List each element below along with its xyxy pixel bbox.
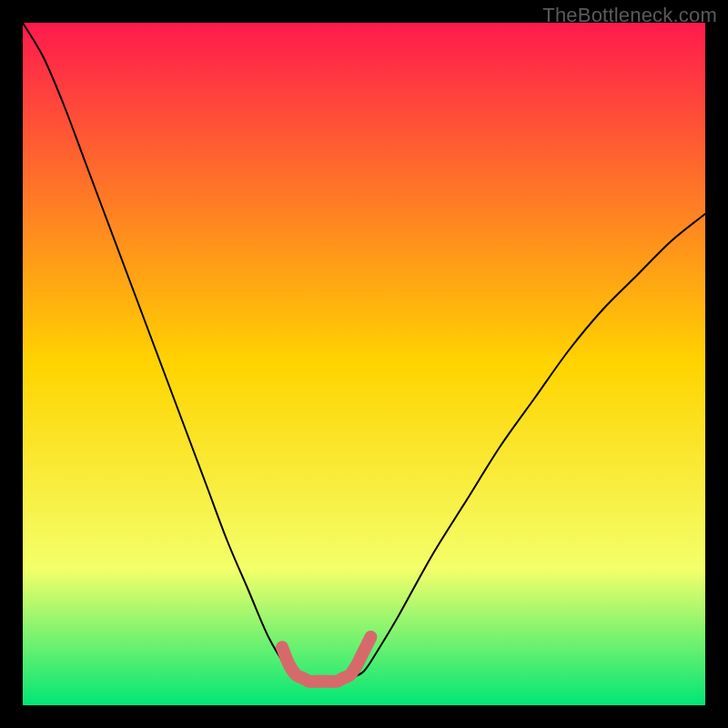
gradient-background [23,23,705,705]
watermark-text: TheBottleneck.com [542,4,717,27]
plot-area [23,23,705,705]
chart-svg [23,23,705,705]
chart-stage: TheBottleneck.com [0,0,728,728]
